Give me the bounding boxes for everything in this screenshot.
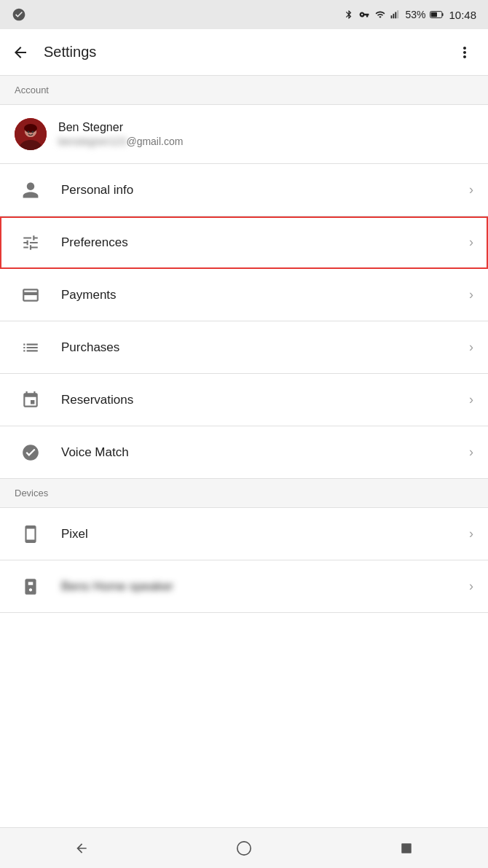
speaker-icon (15, 577, 47, 596)
chevron-right-icon: › (469, 235, 473, 250)
account-name: Ben Stegner (58, 121, 183, 134)
speaker-device-label: Bens Home speaker (61, 579, 469, 594)
purchases-label: Purchases (61, 340, 469, 355)
more-options-button[interactable] (447, 35, 482, 70)
back-nav-button[interactable] (60, 828, 103, 869)
back-nav-icon (74, 841, 89, 856)
bluetooth-icon (344, 9, 354, 20)
chevron-right-icon: › (469, 392, 473, 407)
page-title: Settings (44, 44, 447, 60)
chevron-right-icon: › (469, 287, 473, 302)
email-username: benstegner123 (58, 136, 126, 147)
avatar-image (15, 118, 47, 150)
recents-nav-button[interactable] (385, 828, 428, 869)
speaker-item[interactable]: Bens Home speaker › (0, 560, 488, 613)
credit-card-icon (15, 286, 47, 305)
avatar-svg (15, 118, 47, 150)
chevron-right-icon: › (469, 182, 473, 198)
voice-match-label: Voice Match (61, 445, 469, 460)
svg-rect-5 (442, 13, 444, 16)
chevron-right-icon: › (469, 579, 473, 594)
home-nav-button[interactable] (222, 828, 266, 869)
chevron-right-icon: › (469, 445, 473, 460)
sliders-icon (15, 233, 47, 252)
svg-rect-1 (393, 14, 395, 18)
personal-info-item[interactable]: Personal info › (0, 164, 488, 216)
svg-point-12 (32, 131, 34, 133)
signal-icon (390, 9, 401, 20)
calendar-icon (15, 391, 47, 410)
more-vert-icon (456, 44, 473, 61)
status-bar: 53% 10:48 (0, 0, 488, 29)
back-button[interactable] (3, 35, 38, 70)
profile-item[interactable]: Ben Stegner benstegner123@gmail.com (0, 105, 488, 164)
battery-icon (430, 9, 444, 20)
battery-percentage: 53% (405, 9, 425, 20)
preferences-label: Preferences (61, 235, 469, 250)
pixel-item[interactable]: Pixel › (0, 508, 488, 560)
avatar (15, 118, 47, 150)
devices-section-header: Devices (0, 479, 488, 508)
svg-rect-6 (431, 12, 437, 17)
personal-info-label: Personal info (61, 183, 469, 198)
svg-rect-14 (402, 843, 412, 853)
chevron-right-icon: › (469, 526, 473, 541)
payments-item[interactable]: Payments › (0, 269, 488, 321)
email-domain: @gmail.com (126, 136, 183, 147)
app-bar: Settings (0, 29, 488, 76)
list-icon (15, 338, 47, 357)
reservations-item[interactable]: Reservations › (0, 374, 488, 426)
pixel-label: Pixel (61, 527, 469, 541)
payments-label: Payments (61, 288, 469, 302)
home-nav-icon (236, 840, 252, 856)
preferences-item[interactable]: Preferences › (0, 216, 488, 269)
time: 10:48 (449, 9, 476, 21)
app-notification-icon (12, 7, 26, 22)
svg-point-10 (24, 124, 37, 133)
purchases-item[interactable]: Purchases › (0, 321, 488, 374)
vpn-key-icon (358, 9, 370, 20)
account-info: Ben Stegner benstegner123@gmail.com (58, 121, 183, 147)
chevron-right-icon: › (469, 340, 473, 355)
svg-rect-2 (395, 12, 397, 19)
svg-point-13 (237, 841, 251, 854)
recents-nav-icon (400, 842, 413, 855)
svg-point-11 (28, 131, 30, 133)
account-section-header: Account (0, 76, 488, 105)
status-bar-left (12, 7, 26, 22)
voice-match-icon (15, 443, 47, 462)
svg-rect-3 (398, 10, 399, 18)
back-icon (12, 44, 29, 61)
phone-icon (15, 525, 47, 544)
account-email: benstegner123@gmail.com (58, 136, 183, 147)
nav-bar (0, 827, 488, 868)
person-icon (15, 181, 47, 200)
wifi-icon (374, 9, 386, 20)
voice-match-item[interactable]: Voice Match › (0, 426, 488, 479)
svg-rect-0 (391, 15, 393, 18)
reservations-label: Reservations (61, 393, 469, 407)
status-bar-right: 53% 10:48 (344, 9, 476, 21)
